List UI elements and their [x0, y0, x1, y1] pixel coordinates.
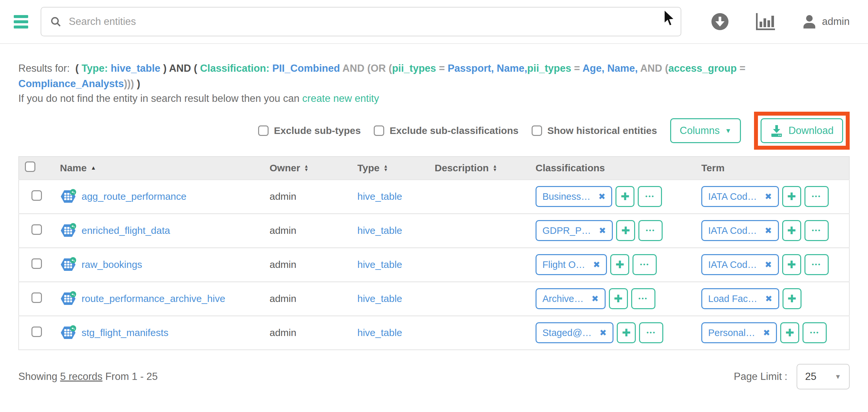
- more-terms-button[interactable]: •••: [804, 254, 829, 275]
- show-historical-entities-checkbox[interactable]: [532, 125, 542, 136]
- more-terms-button[interactable]: •••: [804, 220, 829, 241]
- query-segment: Type:: [82, 63, 111, 74]
- results-table-body: agg_route_performance admin hive_table B…: [19, 180, 849, 350]
- remove-classification-icon[interactable]: ✖: [593, 260, 600, 270]
- remove-term-icon[interactable]: ✖: [765, 226, 772, 236]
- add-classification-button[interactable]: ✚: [617, 322, 636, 343]
- hive-table-icon: [60, 223, 76, 238]
- add-term-button[interactable]: ✚: [782, 288, 802, 309]
- type-link[interactable]: hive_table: [358, 293, 402, 304]
- user-icon: [802, 14, 817, 29]
- classification-tag[interactable]: Staged@…✖: [535, 322, 614, 343]
- user-menu[interactable]: admin: [802, 14, 850, 29]
- column-header-owner[interactable]: Owner▲▼: [264, 157, 351, 180]
- remove-term-icon[interactable]: ✖: [765, 260, 772, 270]
- search-input[interactable]: [68, 15, 672, 28]
- chevron-down-icon: ▼: [725, 127, 732, 134]
- more-classifications-button[interactable]: •••: [632, 254, 657, 275]
- description-cell: [429, 214, 530, 248]
- add-term-button[interactable]: ✚: [782, 220, 801, 241]
- remove-classification-icon[interactable]: ✖: [599, 328, 607, 338]
- stats-chart-icon[interactable]: [755, 12, 776, 31]
- exclude-subclassifications-checkbox[interactable]: [374, 125, 384, 136]
- page-limit-select[interactable]: 25 ▼: [797, 364, 850, 389]
- entity-name-link[interactable]: enriched_flight_data: [82, 225, 170, 236]
- add-term-button[interactable]: ✚: [780, 322, 799, 343]
- owner-cell: admin: [264, 316, 351, 350]
- more-terms-button[interactable]: •••: [804, 186, 829, 207]
- remove-classification-icon[interactable]: ✖: [598, 192, 606, 202]
- create-entity-hint: If you do not find the entity in search …: [18, 93, 850, 104]
- term-tag[interactable]: IATA Cod…✖: [701, 254, 779, 275]
- entity-name-link[interactable]: stg_flight_manifests: [82, 327, 168, 338]
- entity-name-link[interactable]: route_performance_archive_hive: [82, 293, 225, 304]
- table-row: stg_flight_manifests admin hive_table St…: [19, 316, 849, 350]
- add-term-button[interactable]: ✚: [782, 186, 801, 207]
- classification-tag[interactable]: GDPR_P…✖: [535, 220, 613, 241]
- column-header-classifications: Classifications: [530, 157, 695, 180]
- show-historical-entities-option[interactable]: Show historical entities: [532, 125, 657, 136]
- term-tag[interactable]: IATA Cod…✖: [701, 220, 779, 241]
- add-classification-button[interactable]: ✚: [616, 220, 635, 241]
- more-terms-button[interactable]: •••: [803, 322, 827, 343]
- download-button[interactable]: Download: [761, 118, 843, 143]
- classification-tag[interactable]: Archive…✖: [535, 288, 606, 309]
- add-term-button[interactable]: ✚: [782, 254, 801, 275]
- type-link[interactable]: hive_table: [358, 259, 402, 270]
- table-controls: Exclude sub-types Exclude sub-classifica…: [18, 110, 850, 151]
- remove-term-icon[interactable]: ✖: [765, 192, 772, 202]
- more-classifications-button[interactable]: •••: [639, 220, 663, 241]
- table-row: raw_bookings admin hive_table Flight O…✖…: [19, 248, 849, 282]
- type-link[interactable]: hive_table: [358, 191, 402, 202]
- type-link[interactable]: hive_table: [358, 327, 402, 338]
- hamburger-menu-icon[interactable]: [14, 15, 28, 29]
- exclude-subtypes-checkbox[interactable]: [258, 125, 269, 136]
- more-classifications-button[interactable]: •••: [631, 288, 655, 309]
- search-box[interactable]: [41, 7, 681, 36]
- records-count-link[interactable]: 5 records: [60, 371, 102, 382]
- select-all-checkbox[interactable]: [25, 161, 35, 172]
- type-link[interactable]: hive_table: [358, 225, 402, 236]
- create-new-entity-link[interactable]: create new entity: [302, 93, 379, 104]
- more-classifications-button[interactable]: •••: [638, 186, 662, 207]
- add-classification-button[interactable]: ✚: [609, 288, 628, 309]
- chevron-down-icon: ▼: [835, 373, 841, 380]
- remove-classification-icon[interactable]: ✖: [592, 294, 599, 304]
- query-segment: pii_types: [392, 63, 436, 74]
- page-limit-control: Page Limit : 25 ▼: [734, 364, 850, 389]
- query-segment: =: [737, 63, 748, 74]
- term-tag[interactable]: IATA Cod…✖: [701, 186, 779, 207]
- term-tag[interactable]: Personal…✖: [701, 322, 777, 343]
- page-limit-label: Page Limit :: [734, 371, 787, 383]
- columns-dropdown-button[interactable]: Columns ▼: [670, 118, 741, 143]
- query-segment: PII_Combined: [272, 63, 340, 74]
- more-classifications-button[interactable]: •••: [639, 322, 663, 343]
- row-checkbox[interactable]: [31, 292, 42, 303]
- term-tag[interactable]: Load Fac…✖: [701, 288, 779, 309]
- column-header-type[interactable]: Type▲▼: [351, 157, 429, 180]
- download-circle-icon[interactable]: [711, 12, 729, 31]
- remove-term-icon[interactable]: ✖: [765, 294, 772, 304]
- add-classification-button[interactable]: ✚: [610, 254, 629, 275]
- entity-name-link[interactable]: agg_route_performance: [82, 191, 186, 202]
- description-cell: [429, 248, 530, 282]
- username: admin: [822, 16, 850, 28]
- table-row: route_performance_archive_hive admin hiv…: [19, 282, 849, 316]
- add-classification-button[interactable]: ✚: [616, 186, 634, 207]
- exclude-subtypes-option[interactable]: Exclude sub-types: [258, 125, 361, 136]
- entity-name-link[interactable]: raw_bookings: [82, 259, 142, 270]
- query-segment: ): [160, 63, 169, 74]
- exclude-subclassifications-option[interactable]: Exclude sub-classifications: [374, 125, 518, 136]
- remove-term-icon[interactable]: ✖: [763, 328, 770, 338]
- classification-tag[interactable]: Business…✖: [535, 186, 612, 207]
- row-checkbox[interactable]: [31, 190, 42, 201]
- query-segment: access_group: [669, 63, 737, 74]
- query-segment: pii_types: [527, 63, 571, 74]
- classification-tag[interactable]: Flight O…✖: [535, 254, 607, 275]
- row-checkbox[interactable]: [31, 224, 42, 235]
- column-header-name[interactable]: Name▲: [54, 157, 264, 180]
- row-checkbox[interactable]: [31, 258, 42, 269]
- column-header-description[interactable]: Description▲▼: [429, 157, 530, 180]
- remove-classification-icon[interactable]: ✖: [599, 226, 606, 236]
- row-checkbox[interactable]: [31, 326, 42, 337]
